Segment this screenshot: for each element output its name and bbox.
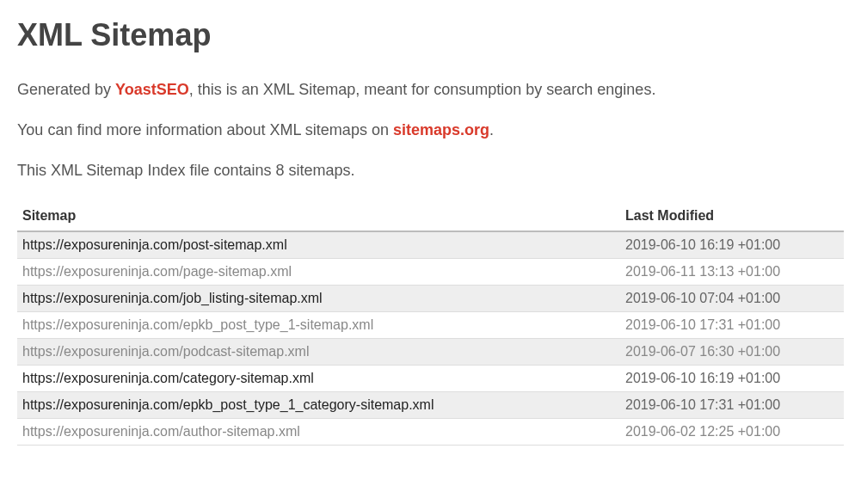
sitemap-url-cell: https://exposureninja.com/page-sitemap.x… (17, 258, 620, 285)
table-row: https://exposureninja.com/category-sitem… (17, 365, 844, 391)
sitemap-link[interactable]: https://exposureninja.com/post-sitemap.x… (22, 237, 287, 252)
last-modified-cell: 2019-06-10 07:04 +01:00 (620, 285, 844, 311)
sitemap-url-cell: https://exposureninja.com/category-sitem… (17, 365, 620, 391)
table-row: https://exposureninja.com/epkb_post_type… (17, 391, 844, 418)
intro-paragraph-3: This XML Sitemap Index file contains 8 s… (17, 160, 844, 181)
table-row: https://exposureninja.com/job_listing-si… (17, 285, 844, 311)
intro-paragraph-2: You can find more information about XML … (17, 120, 844, 141)
col-header-lastmod: Last Modified (620, 201, 844, 231)
intro-p2-prefix: You can find more information about XML … (17, 121, 393, 138)
sitemaps-org-link[interactable]: sitemaps.org (393, 121, 489, 138)
table-row: https://exposureninja.com/podcast-sitema… (17, 338, 844, 365)
table-row: https://exposureninja.com/page-sitemap.x… (17, 258, 844, 285)
intro-p1-prefix: Generated by (17, 81, 115, 98)
table-row: https://exposureninja.com/post-sitemap.x… (17, 231, 844, 259)
sitemap-url-cell: https://exposureninja.com/epkb_post_type… (17, 311, 620, 338)
sitemap-url-cell: https://exposureninja.com/author-sitemap… (17, 418, 620, 445)
sitemap-link[interactable]: https://exposureninja.com/epkb_post_type… (22, 397, 434, 412)
table-header-row: Sitemap Last Modified (17, 201, 844, 231)
sitemap-url-cell: https://exposureninja.com/job_listing-si… (17, 285, 620, 311)
last-modified-cell: 2019-06-10 17:31 +01:00 (620, 311, 844, 338)
last-modified-cell: 2019-06-11 13:13 +01:00 (620, 258, 844, 285)
intro-p2-suffix: . (489, 121, 494, 138)
last-modified-cell: 2019-06-07 16:30 +01:00 (620, 338, 844, 365)
table-row: https://exposureninja.com/author-sitemap… (17, 418, 844, 445)
sitemap-link[interactable]: https://exposureninja.com/job_listing-si… (22, 291, 323, 305)
yoastseo-link[interactable]: YoastSEO (115, 81, 189, 98)
sitemap-table: Sitemap Last Modified https://exposureni… (17, 201, 844, 446)
intro-paragraph-1: Generated by YoastSEO, this is an XML Si… (17, 79, 844, 101)
page-title: XML Sitemap (17, 17, 844, 53)
last-modified-cell: 2019-06-10 17:31 +01:00 (620, 391, 844, 418)
last-modified-cell: 2019-06-02 12:25 +01:00 (620, 418, 844, 445)
sitemap-url-cell: https://exposureninja.com/epkb_post_type… (17, 391, 620, 418)
last-modified-cell: 2019-06-10 16:19 +01:00 (620, 231, 844, 259)
sitemap-link[interactable]: https://exposureninja.com/epkb_post_type… (22, 317, 373, 332)
sitemap-link[interactable]: https://exposureninja.com/category-sitem… (22, 371, 314, 385)
sitemap-link[interactable]: https://exposureninja.com/page-sitemap.x… (22, 264, 292, 279)
sitemap-link[interactable]: https://exposureninja.com/author-sitemap… (22, 424, 300, 439)
sitemap-url-cell: https://exposureninja.com/podcast-sitema… (17, 338, 620, 365)
table-row: https://exposureninja.com/epkb_post_type… (17, 311, 844, 338)
last-modified-cell: 2019-06-10 16:19 +01:00 (620, 365, 844, 391)
sitemap-url-cell: https://exposureninja.com/post-sitemap.x… (17, 231, 620, 259)
intro-p1-suffix: , this is an XML Sitemap, meant for cons… (189, 81, 656, 98)
col-header-sitemap: Sitemap (17, 201, 620, 231)
sitemap-link[interactable]: https://exposureninja.com/podcast-sitema… (22, 344, 309, 359)
